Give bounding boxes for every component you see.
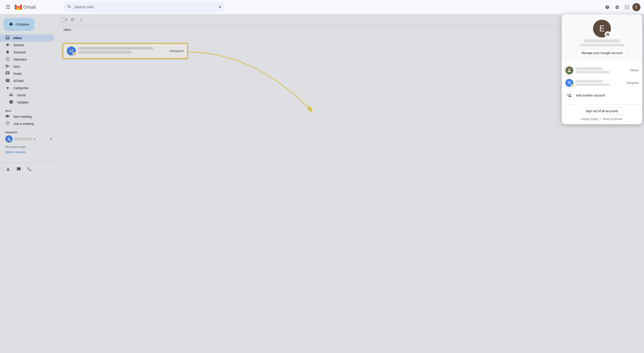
apps-button[interactable] <box>622 3 632 12</box>
manage-account-button[interactable]: Manage your Google Account <box>577 49 627 57</box>
account-panel: E Manage your Google Account <box>562 14 642 124</box>
privacy-policy-link[interactable]: Privacy Policy <box>582 117 598 121</box>
topbar-right: E <box>603 3 640 12</box>
main-account-avatar: E <box>593 20 611 37</box>
account-item-delegated[interactable]: M 🔑 Delegated <box>562 77 642 89</box>
account-email-redacted <box>580 44 624 46</box>
svg-rect-1 <box>6 7 10 7</box>
account-item-default[interactable]: Default <box>562 64 642 77</box>
account-panel-header: E Manage your Google Account <box>562 14 642 60</box>
account-name-redacted <box>584 39 620 42</box>
delegated-account-avatar: M 🔑 <box>565 79 573 87</box>
change-photo-button[interactable] <box>605 31 611 37</box>
delegated-account-email-redacted <box>576 83 610 86</box>
menu-button[interactable] <box>4 3 12 12</box>
add-account-icon <box>565 91 573 99</box>
panel-footer: Privacy Policy • Terms of Service <box>562 117 642 121</box>
gmail-m-icon <box>14 3 22 11</box>
topbar-left: Gmail <box>4 3 62 12</box>
apps-grid-icon <box>625 5 629 9</box>
sign-out-button[interactable]: Sign out of all accounts <box>580 107 624 115</box>
panel-divider-2 <box>562 104 642 105</box>
delegated-account-name-redacted <box>576 80 603 83</box>
delegated-account-initial: M <box>568 81 571 85</box>
svg-rect-2 <box>6 8 10 9</box>
default-account-email-redacted <box>576 71 610 73</box>
terms-of-service-link[interactable]: Terms of Service <box>603 117 622 121</box>
search-dropdown-button[interactable]: ▾ <box>219 5 221 9</box>
add-account-item[interactable]: Add another account <box>562 89 642 102</box>
gmail-logo: Gmail <box>14 3 36 11</box>
delegated-account-info <box>576 80 624 86</box>
search-input[interactable] <box>74 5 216 9</box>
default-account-status: Default <box>630 69 639 72</box>
search-icon <box>67 4 72 10</box>
svg-rect-0 <box>6 5 10 5</box>
settings-button[interactable] <box>613 3 622 12</box>
main-avatar-letter: E <box>599 24 605 33</box>
help-button[interactable] <box>603 3 612 12</box>
gmail-wordmark: Gmail <box>23 4 36 10</box>
topbar: Gmail ▾ E <box>0 0 644 14</box>
default-account-avatar <box>565 66 573 74</box>
footer-separator: • <box>600 117 601 121</box>
panel-divider-1 <box>562 61 642 61</box>
dropdown-overlay[interactable] <box>0 14 644 353</box>
add-account-label: Add another account <box>576 94 605 97</box>
default-account-name-redacted <box>576 67 603 70</box>
account-avatar-button[interactable]: E <box>632 3 640 11</box>
default-account-info <box>576 67 628 73</box>
search-bar: ▾ <box>64 2 224 12</box>
delegated-account-key-icon: 🔑 <box>571 84 574 87</box>
delegated-account-status: Delegated <box>626 81 639 84</box>
accounts-list: Default M 🔑 Delegated Add another accoun… <box>562 62 642 103</box>
